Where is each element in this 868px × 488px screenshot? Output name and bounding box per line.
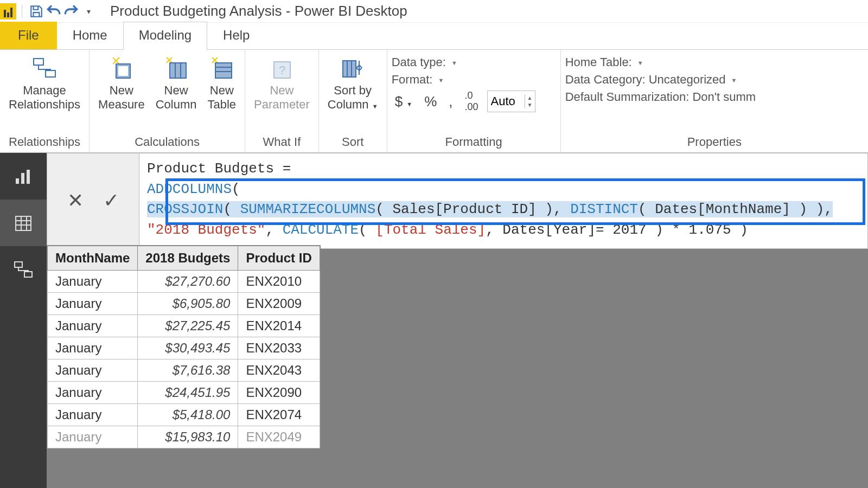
table-row[interactable]: January$27,225.45ENX2014 (48, 315, 320, 337)
manage-relationships-button[interactable]: Manage Relationships (4, 53, 85, 114)
table-row[interactable]: January$6,905.80ENX2009 (48, 293, 320, 315)
decimal-places-input[interactable] (488, 92, 525, 111)
formula-editor[interactable]: Product Budgets = ADDCOLUMNS( CROSSJOIN(… (139, 153, 867, 248)
table-row[interactable]: January$7,616.38ENX2043 (48, 359, 320, 382)
cell-productid[interactable]: ENX2043 (238, 359, 320, 382)
percent-format-button[interactable]: % (421, 93, 440, 110)
format-dropdown[interactable] (438, 73, 444, 87)
col-header-budgets[interactable]: 2018 Budgets (138, 246, 238, 271)
svg-rect-17 (27, 170, 30, 184)
title-bar: ▾ Product Budgeting Analysis - Power BI … (0, 0, 868, 23)
tab-file[interactable]: File (0, 22, 57, 49)
save-icon (29, 4, 43, 18)
sort-icon (340, 55, 366, 81)
stepper-up[interactable]: ▲ (525, 94, 535, 101)
cell-budget[interactable]: $6,905.80 (138, 293, 238, 315)
model-view-button[interactable] (0, 246, 47, 293)
formula-line-1: Product Budgets = (147, 160, 291, 177)
formula-cancel-button[interactable]: ✕ (67, 189, 84, 212)
tab-modeling[interactable]: Modeling (123, 22, 207, 50)
data-category-dropdown[interactable] (731, 73, 737, 87)
stepper-down[interactable]: ▼ (525, 101, 535, 108)
tab-help[interactable]: Help (207, 22, 265, 49)
group-label-calculations: Calculations (94, 134, 240, 151)
svg-rect-12 (343, 61, 356, 77)
cell-budget[interactable]: $27,270.60 (138, 271, 238, 293)
cell-monthname[interactable]: January (48, 293, 138, 315)
formula-controls: ✕ ✓ (47, 153, 139, 248)
cell-budget[interactable]: $15,983.10 (138, 426, 238, 448)
cell-monthname[interactable]: January (48, 337, 138, 359)
cell-budget[interactable]: $24,451.95 (138, 382, 238, 404)
svg-rect-16 (21, 173, 24, 184)
table-header-row: MonthName 2018 Budgets Product ID (48, 246, 320, 271)
home-table-dropdown[interactable] (637, 55, 643, 69)
data-grid[interactable]: MonthName 2018 Budgets Product ID Januar… (47, 245, 321, 449)
new-parameter-label: New Parameter (254, 84, 310, 112)
ribbon-group-properties: Home Table: Data Category: Uncategorized… (561, 50, 868, 152)
cell-budget[interactable]: $7,616.38 (138, 359, 238, 382)
measure-icon (108, 55, 135, 81)
new-parameter-button[interactable]: ? New Parameter (250, 53, 314, 114)
data-view-button[interactable] (0, 200, 47, 246)
ribbon-group-whatif: ? New Parameter What If (245, 50, 319, 152)
data-type-label: Data type: (392, 55, 446, 69)
cell-productid[interactable]: ENX2009 (238, 293, 320, 315)
table-row[interactable]: January$15,983.10ENX2049 (48, 426, 320, 448)
data-category-label: Data Category: Uncategorized (565, 73, 726, 87)
col-header-productid[interactable]: Product ID (238, 246, 320, 271)
ribbon: Manage Relationships Relationships New M… (0, 50, 868, 153)
svg-text:?: ? (279, 63, 285, 77)
table-row[interactable]: January$5,418.00ENX2074 (48, 404, 320, 426)
new-table-button[interactable]: New Table (203, 53, 240, 114)
cell-monthname[interactable]: January (48, 382, 138, 404)
decimal-format-button[interactable]: .0.00 (462, 90, 482, 113)
new-measure-button[interactable]: New Measure (94, 53, 149, 114)
cell-monthname[interactable]: January (48, 315, 138, 337)
undo-icon (45, 3, 62, 20)
cell-productid[interactable]: ENX2049 (238, 426, 320, 448)
currency-format-button[interactable]: $ ▼ (392, 93, 416, 110)
sort-by-column-button[interactable]: Sort by Column ▼ (323, 53, 382, 114)
table-row[interactable]: January$24,451.95ENX2090 (48, 382, 320, 404)
svg-rect-18 (16, 216, 31, 230)
new-table-label: New Table (207, 84, 236, 112)
new-column-button[interactable]: New Column (151, 53, 201, 114)
data-type-dropdown[interactable] (451, 55, 457, 69)
cell-productid[interactable]: ENX2090 (238, 382, 320, 404)
thousands-format-button[interactable]: , (445, 93, 456, 110)
cell-budget[interactable]: $30,493.45 (138, 337, 238, 359)
cell-productid[interactable]: ENX2033 (238, 337, 320, 359)
table-row[interactable]: January$30,493.45ENX2033 (48, 337, 320, 359)
cell-monthname[interactable]: January (48, 271, 138, 293)
undo-button[interactable] (45, 3, 62, 20)
cell-monthname[interactable]: January (48, 359, 138, 382)
cell-budget[interactable]: $27,225.45 (138, 315, 238, 337)
redo-button[interactable] (62, 3, 80, 20)
formula-addcolumns: ADDCOLUMNS (147, 181, 232, 197)
decimal-places-stepper[interactable]: ▲▼ (487, 91, 535, 112)
svg-rect-7 (215, 63, 232, 78)
col-header-monthname[interactable]: MonthName (48, 246, 138, 271)
cell-productid[interactable]: ENX2074 (238, 404, 320, 426)
ribbon-group-relationships: Manage Relationships Relationships (0, 50, 90, 152)
table-row[interactable]: January$27,270.60ENX2010 (48, 271, 320, 293)
window-title: Product Budgeting Analysis - Power BI De… (110, 3, 407, 20)
qat-customize[interactable]: ▾ (80, 3, 97, 20)
tab-home[interactable]: Home (57, 22, 123, 49)
report-view-button[interactable] (0, 153, 47, 200)
svg-rect-0 (34, 59, 43, 65)
cell-monthname[interactable]: January (48, 404, 138, 426)
cell-productid[interactable]: ENX2010 (238, 271, 320, 293)
cell-productid[interactable]: ENX2014 (238, 315, 320, 337)
cell-monthname[interactable]: January (48, 426, 138, 448)
view-switcher (0, 153, 47, 488)
svg-rect-15 (16, 178, 19, 184)
report-view-icon (12, 165, 34, 187)
workspace: ✕ ✓ Product Budgets = ADDCOLUMNS( CROSSJ… (0, 153, 868, 488)
cell-budget[interactable]: $5,418.00 (138, 404, 238, 426)
new-measure-label: New Measure (98, 84, 145, 112)
format-label: Format: (392, 73, 433, 87)
formula-commit-button[interactable]: ✓ (103, 189, 119, 212)
save-button[interactable] (28, 3, 45, 20)
